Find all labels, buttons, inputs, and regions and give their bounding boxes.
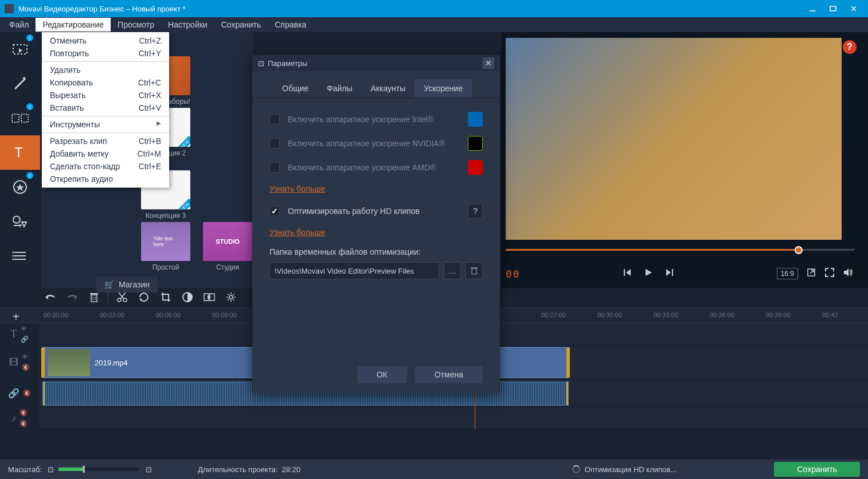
play-button[interactable] bbox=[643, 267, 654, 280]
title-item-simple[interactable]: Title text here Простой bbox=[141, 222, 190, 271]
svg-marker-29 bbox=[844, 268, 849, 277]
svg-marker-13 bbox=[22, 222, 26, 227]
detach-preview-icon[interactable] bbox=[806, 267, 816, 280]
eye-icon[interactable]: 👁 bbox=[22, 353, 30, 360]
menu-edit[interactable]: Редактирование bbox=[36, 18, 111, 32]
zoom-in-icon[interactable]: ⊡ bbox=[146, 465, 152, 474]
color-icon[interactable] bbox=[177, 287, 198, 307]
scrubber-handle[interactable] bbox=[795, 246, 803, 254]
menu-save[interactable]: Сохранить bbox=[214, 18, 268, 32]
dialog-close-button[interactable]: ✕ bbox=[483, 57, 494, 69]
preview-time: 00 bbox=[506, 268, 521, 280]
menu-settings[interactable]: Настройки bbox=[161, 18, 214, 32]
transitions-icon[interactable] bbox=[199, 287, 220, 307]
tab-files[interactable]: Файлы bbox=[318, 79, 361, 98]
preview-video[interactable] bbox=[506, 38, 842, 240]
maximize-button[interactable] bbox=[829, 5, 837, 13]
minimize-button[interactable] bbox=[808, 5, 816, 13]
svg-point-21 bbox=[13, 259, 14, 260]
svg-marker-5 bbox=[19, 48, 22, 53]
cut-icon[interactable] bbox=[112, 287, 132, 307]
learn-more-link[interactable]: Узнать больше bbox=[269, 184, 325, 193]
eye-icon[interactable]: 👁 bbox=[21, 325, 29, 332]
link-icon[interactable]: 🔗 bbox=[21, 336, 29, 343]
help-icon[interactable]: ? bbox=[468, 204, 483, 219]
fullscreen-icon[interactable] bbox=[824, 267, 835, 280]
intel-icon bbox=[468, 112, 483, 127]
menu-redo[interactable]: ПовторитьCtrl+Y bbox=[42, 47, 169, 60]
tab-acceleration[interactable]: Ускорение bbox=[415, 79, 472, 98]
crop-icon[interactable] bbox=[155, 287, 176, 307]
amd-icon bbox=[468, 160, 483, 175]
clip-handle-right[interactable] bbox=[566, 382, 569, 405]
checkbox-optimize-hd[interactable] bbox=[269, 206, 280, 216]
add-track-button[interactable]: + bbox=[13, 310, 19, 324]
undo-icon[interactable] bbox=[40, 287, 61, 307]
menu-cut[interactable]: ВырезатьCtrl+X bbox=[42, 89, 169, 102]
sidebar-more[interactable] bbox=[0, 239, 40, 273]
title-thumb: Title text here bbox=[141, 222, 190, 261]
svg-marker-11 bbox=[16, 184, 24, 191]
window-title: Movavi Видеоредактор Бизнес – Новый прое… bbox=[18, 5, 808, 13]
sidebar-filters[interactable] bbox=[0, 67, 40, 101]
tab-general[interactable]: Общие bbox=[273, 79, 318, 98]
delete-folder-button[interactable] bbox=[466, 262, 483, 279]
statusbar: Масштаб: ⊡ ⊡ Длительность проекта: 28:20… bbox=[0, 459, 868, 479]
menu-help[interactable]: Справка bbox=[268, 18, 313, 32]
delete-icon[interactable] bbox=[84, 287, 104, 307]
svg-line-6 bbox=[15, 79, 25, 88]
menu-file[interactable]: Файл bbox=[2, 18, 36, 32]
menu-add-marker[interactable]: Добавить меткуCtrl+M bbox=[42, 147, 169, 160]
prev-button[interactable] bbox=[623, 267, 633, 280]
svg-rect-46 bbox=[472, 268, 476, 274]
mute-icon[interactable]: 🔇 bbox=[19, 409, 28, 416]
title-item-studio[interactable]: STUDIO Студия bbox=[203, 222, 252, 271]
ok-button[interactable]: ОК bbox=[357, 366, 407, 383]
checkbox-amd[interactable] bbox=[269, 162, 280, 173]
next-button[interactable] bbox=[664, 267, 674, 280]
sidebar-titles[interactable]: T bbox=[0, 135, 40, 170]
settings-icon[interactable] bbox=[221, 287, 241, 307]
clip-handle-left[interactable] bbox=[41, 348, 45, 377]
cancel-button[interactable]: Отмена bbox=[415, 366, 483, 383]
redo-icon[interactable] bbox=[62, 287, 83, 307]
help-button[interactable]: ? bbox=[843, 40, 857, 54]
mute-icon[interactable]: 🔇 bbox=[19, 420, 28, 427]
folder-path-input[interactable] bbox=[269, 262, 439, 279]
tab-accounts[interactable]: Аккаунты bbox=[362, 79, 415, 98]
dialog-titlebar[interactable]: ⊡ Параметры ✕ bbox=[252, 55, 500, 71]
preview-scrubber[interactable] bbox=[506, 244, 854, 256]
rotate-icon[interactable] bbox=[134, 287, 154, 307]
sidebar-import[interactable]: ! bbox=[0, 32, 40, 67]
checkbox-intel[interactable] bbox=[269, 114, 280, 124]
menu-copy[interactable]: КопироватьCtrl+C bbox=[42, 76, 169, 89]
aspect-ratio-button[interactable]: 16:9 bbox=[777, 268, 798, 279]
zoom-out-icon[interactable]: ⊡ bbox=[48, 465, 54, 474]
menu-paste[interactable]: ВставитьCtrl+V bbox=[42, 102, 169, 114]
checkbox-nvidia[interactable] bbox=[269, 138, 280, 149]
sidebar-shapes[interactable] bbox=[0, 204, 40, 239]
menu-undo[interactable]: ОтменитьCtrl+Z bbox=[42, 34, 169, 47]
menu-tools[interactable]: Инструменты▶ bbox=[42, 118, 169, 131]
zoom-slider[interactable] bbox=[58, 468, 139, 471]
menu-delete[interactable]: Удалить bbox=[42, 64, 169, 76]
svg-line-28 bbox=[810, 270, 814, 274]
menu-snapshot[interactable]: Сделать стоп-кадрCtrl+E bbox=[42, 160, 169, 173]
mute-icon[interactable]: 🔇 bbox=[22, 364, 30, 371]
save-button[interactable]: Сохранить bbox=[774, 462, 860, 477]
sidebar-stickers[interactable]: ! bbox=[0, 170, 40, 204]
clip-handle-right[interactable] bbox=[566, 348, 570, 377]
menu-split[interactable]: Разрезать клипCtrl+B bbox=[42, 135, 169, 147]
volume-icon[interactable] bbox=[843, 267, 854, 280]
nvidia-icon bbox=[468, 136, 483, 151]
sidebar-transitions[interactable]: ! bbox=[0, 101, 40, 135]
svg-marker-44 bbox=[208, 295, 211, 299]
close-button[interactable] bbox=[850, 5, 858, 13]
learn-more-link-2[interactable]: Узнать больше bbox=[269, 228, 325, 237]
sidebar: ! ! T ! bbox=[0, 32, 41, 288]
browse-button[interactable]: … bbox=[444, 262, 461, 279]
menu-detach-audio[interactable]: Открепить аудио bbox=[42, 173, 169, 185]
mute-icon[interactable]: 🔇 bbox=[23, 390, 31, 397]
menu-view[interactable]: Просмотр bbox=[111, 18, 161, 32]
svg-rect-7 bbox=[12, 114, 19, 122]
